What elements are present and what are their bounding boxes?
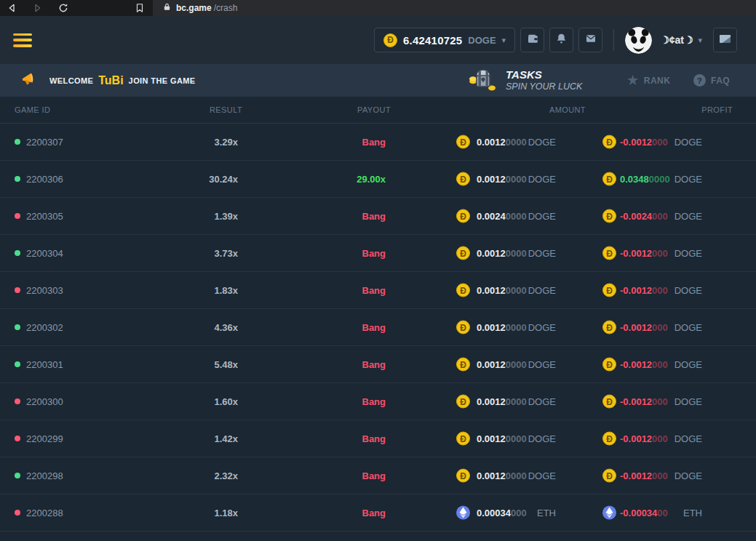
- profit-trailing-zeros: 0000: [649, 174, 670, 185]
- chat-bubble-icon: [718, 32, 732, 49]
- amount-trailing-zeros: 000: [511, 508, 527, 518]
- game-id: 2200305: [26, 211, 63, 222]
- wallet-icon: [526, 32, 539, 48]
- result-multiplier: 1.18x: [214, 508, 238, 518]
- doge-coin-icon: Đ: [602, 469, 616, 483]
- profit-coin: Đ: [602, 209, 616, 223]
- profit-trailing-zeros: 00: [657, 508, 667, 518]
- game-id: 2200301: [26, 359, 63, 370]
- profit-coin: [602, 506, 616, 520]
- payout-value: Bang: [362, 508, 386, 518]
- browser-forward-icon[interactable]: [31, 1, 44, 15]
- table-header: GAME ID RESULT PAYOUT AMOUNT PROFIT: [0, 97, 756, 124]
- amount-main-digits: 0.0024: [477, 211, 506, 222]
- faq-label: FAQ: [711, 76, 730, 86]
- amount-currency: DOGE: [528, 174, 556, 185]
- rank-link[interactable]: ★ RANK: [627, 64, 670, 97]
- payout-value: Bang: [362, 322, 386, 333]
- amount-value: 0.00034000: [477, 508, 527, 518]
- table-row[interactable]: 22003015.48xBangĐ0.00120000DOGEĐ-0.00120…: [0, 346, 756, 383]
- profit-currency: DOGE: [675, 433, 702, 444]
- balance-selector[interactable]: Đ 6.42410725 DOGE ▾: [374, 28, 515, 52]
- doge-coin-icon: Đ: [456, 469, 470, 483]
- address-bar[interactable]: bc.game/crash: [153, 0, 756, 16]
- result-multiplier: 5.48x: [214, 359, 238, 370]
- faq-link[interactable]: ? FAQ: [693, 64, 730, 97]
- profit-trailing-zeros: 000: [652, 396, 668, 407]
- table-row[interactable]: 22002881.18xBang0.00034000ETH-0.0003400E…: [0, 494, 756, 532]
- app-header: Đ 6.42410725 DOGE ▾: [0, 16, 756, 64]
- amount-coin: Đ: [456, 135, 470, 149]
- profit-trailing-zeros: 000: [652, 433, 668, 444]
- game-id: 2200300: [26, 396, 63, 407]
- browser-back-icon[interactable]: [6, 1, 19, 15]
- doge-coin-icon: Đ: [602, 135, 616, 149]
- table-row[interactable]: 22002982.32xBangĐ0.00120000DOGEĐ-0.00120…: [0, 457, 756, 494]
- amount-currency: DOGE: [528, 137, 556, 148]
- payout-value: Bang: [362, 137, 386, 148]
- table-row[interactable]: 22002991.42xBangĐ0.00120000DOGEĐ-0.00120…: [0, 420, 756, 457]
- notifications-button[interactable]: [549, 28, 573, 52]
- table-row[interactable]: 220030630.24x29.00xĐ0.00120000DOGEĐ0.034…: [0, 161, 756, 198]
- profit-currency: DOGE: [675, 322, 702, 333]
- chevron-down-icon[interactable]: ▾: [698, 36, 702, 45]
- tasks-banner[interactable]: TASKS SPIN YOUR LUCK: [468, 64, 582, 97]
- browser-reload-icon[interactable]: [57, 1, 70, 15]
- profit-value: -0.0012000: [620, 433, 668, 444]
- table-row[interactable]: 22003051.39xBangĐ0.00240000DOGEĐ-0.00240…: [0, 198, 756, 235]
- red-dot-icon: [15, 398, 20, 404]
- game-id: 2200298: [26, 470, 63, 481]
- doge-coin-icon: Đ: [602, 321, 616, 334]
- game-id: 2200306: [26, 174, 63, 185]
- green-dot-icon: [15, 324, 20, 330]
- rank-label: RANK: [644, 76, 671, 86]
- red-dot-icon: [15, 213, 20, 219]
- amount-value: 0.00120000: [477, 396, 527, 407]
- chevron-down-icon: ▾: [502, 36, 506, 45]
- profit-coin: Đ: [602, 172, 616, 186]
- amount-value: 0.00120000: [477, 285, 527, 296]
- amount-coin: Đ: [456, 395, 470, 409]
- amount-main-digits: 0.0012: [477, 396, 506, 407]
- result-multiplier: 1.60x: [214, 396, 238, 407]
- table-row[interactable]: 22003024.36xBangĐ0.00120000DOGEĐ-0.00120…: [0, 309, 756, 346]
- amount-value: 0.00240000: [477, 211, 527, 222]
- chat-button[interactable]: [713, 28, 737, 52]
- profit-value: -0.0012000: [620, 470, 668, 481]
- profit-value: -0.0012000: [620, 359, 668, 370]
- avatar[interactable]: [625, 27, 652, 54]
- doge-coin-icon: Đ: [456, 247, 470, 260]
- profit-coin: Đ: [602, 469, 616, 483]
- amount-trailing-zeros: 0000: [506, 137, 527, 148]
- table-body: 22003073.29xBangĐ0.00120000DOGEĐ-0.00120…: [0, 124, 756, 532]
- wallet-button[interactable]: [520, 28, 544, 52]
- profit-value: -0.0024000: [620, 211, 668, 222]
- username[interactable]: ☽¢at☽: [660, 34, 693, 46]
- green-dot-icon: [15, 139, 20, 145]
- amount-coin: Đ: [456, 284, 470, 297]
- profit-main-digits: -0.0012: [620, 470, 652, 481]
- green-dot-icon: [15, 473, 20, 478]
- amount-coin: [456, 506, 470, 520]
- amount-currency: DOGE: [528, 322, 556, 333]
- amount-coin: Đ: [456, 247, 470, 260]
- amount-currency: DOGE: [528, 285, 556, 296]
- profit-coin: Đ: [602, 432, 616, 446]
- menu-icon[interactable]: [13, 33, 32, 47]
- game-id: 2200303: [26, 285, 63, 296]
- profit-currency: DOGE: [675, 396, 702, 407]
- amount-main-digits: 0.0012: [477, 322, 506, 333]
- table-row[interactable]: 22003073.29xBangĐ0.00120000DOGEĐ-0.00120…: [0, 124, 756, 161]
- result-multiplier: 4.36x: [214, 322, 238, 333]
- amount-currency: ETH: [537, 508, 556, 518]
- bookmark-icon[interactable]: [133, 1, 146, 15]
- table-row[interactable]: 22003001.60xBangĐ0.00120000DOGEĐ-0.00120…: [0, 383, 756, 420]
- table-row[interactable]: 22003031.83xBangĐ0.00120000DOGEĐ-0.00120…: [0, 272, 756, 309]
- table-row[interactable]: 22003043.73xBangĐ0.00120000DOGEĐ-0.00120…: [0, 235, 756, 272]
- amount-value: 0.00120000: [477, 322, 527, 333]
- messages-button[interactable]: [578, 28, 602, 52]
- result-multiplier: 1.39x: [214, 211, 238, 222]
- lock-icon: [163, 1, 171, 15]
- amount-trailing-zeros: 0000: [506, 322, 527, 333]
- welcome-message[interactable]: WELCOME TuBi JOIN THE GAME: [49, 74, 196, 87]
